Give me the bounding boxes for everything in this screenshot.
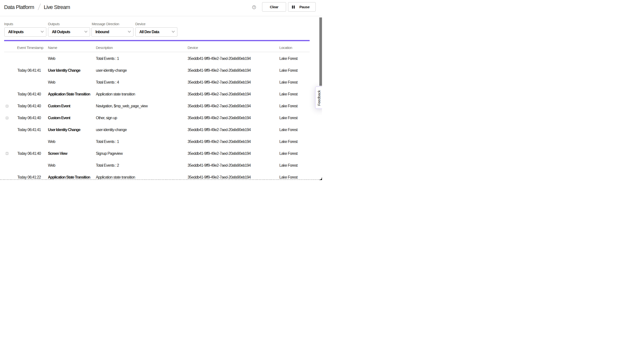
svg-text:?: ? [253,6,254,9]
